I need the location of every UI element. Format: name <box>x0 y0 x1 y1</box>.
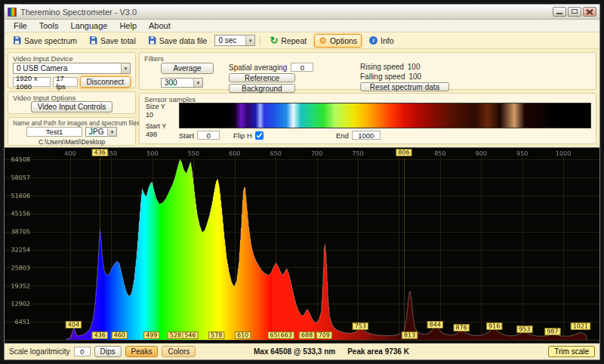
scale-logaritmicity-label: Scale logaritmicity <box>9 347 70 356</box>
status-bar: Scale logaritmicity 0 Dips Peaks Colors … <box>5 344 599 359</box>
settings-panels: Video Input Device 0 USB Camera ▾ 1920 x… <box>5 49 599 147</box>
video-input-options-title: Video Input Options <box>13 94 76 102</box>
floppy-icon <box>89 36 97 45</box>
peak-area-readout: Peak area 9736 K <box>347 347 409 356</box>
floppy-icon <box>13 36 21 45</box>
files-group-title: Name and Path for images and spectrum fi… <box>13 119 140 127</box>
options-label: Options <box>330 36 357 45</box>
spatial-averaging-field[interactable]: 0 <box>291 63 313 72</box>
app-icon <box>8 8 17 17</box>
save-total-button[interactable]: Save total <box>85 34 140 48</box>
sensor-samples-group: Sensor samples Size Y 10 Start Y 498 Sta… <box>139 93 596 144</box>
files-group: Name and Path for images and spectrum fi… <box>8 117 136 146</box>
strip-start-field[interactable]: 0 <box>197 131 220 140</box>
falling-speed-value[interactable]: 100 <box>408 72 421 81</box>
menu-file[interactable]: File <box>8 20 33 31</box>
chevron-down-icon: ▾ <box>245 35 254 45</box>
video-input-options-group: Video Input Options Video Input Controls <box>8 91 136 114</box>
toolbar-separator <box>260 35 260 46</box>
save-data-file-label: Save data file <box>159 36 208 45</box>
reset-spectrum-data-button[interactable]: Reset spectrum data <box>360 82 449 91</box>
trim-scale-button[interactable]: Trim scale <box>548 346 595 357</box>
menu-help[interactable]: Help <box>113 20 143 31</box>
spatial-averaging-label: Spatial averaging <box>229 63 287 72</box>
minimize-button[interactable] <box>553 7 566 17</box>
save-spectrum-button[interactable]: Save spectrum <box>8 34 82 48</box>
strip-end-field[interactable]: 1000 <box>352 131 381 140</box>
save-spectrum-label: Save spectrum <box>24 36 77 45</box>
scale-logaritmicity-field[interactable]: 0 <box>74 347 91 356</box>
fps-field[interactable]: 17 fps <box>53 77 77 87</box>
sensor-strip-image <box>179 103 591 128</box>
save-total-label: Save total <box>100 36 136 45</box>
start-y-label: Start Y <box>146 122 174 131</box>
title-bar: Theremino Spectrometer - V3.0 <box>5 5 599 20</box>
screen-frame: Theremino Spectrometer - V3.0 File Tools… <box>0 0 604 364</box>
flip-h-label: Flip H <box>233 131 252 140</box>
video-input-device-group: Video Input Device 0 USB Camera ▾ 1920 x… <box>8 52 136 88</box>
menu-about[interactable]: About <box>143 20 177 31</box>
size-y-label: Size Y <box>146 103 174 111</box>
background-button[interactable]: Background <box>229 84 295 93</box>
strip-start-label: Start <box>179 131 194 140</box>
info-button[interactable]: i Info <box>365 34 399 48</box>
window-title: Theremino Spectrometer - V3.0 <box>20 8 137 17</box>
spectrum-chart-area <box>5 147 599 344</box>
flip-h-checkbox[interactable] <box>255 131 263 140</box>
dips-button[interactable]: Dips <box>94 346 122 357</box>
maximize-button[interactable] <box>568 7 581 17</box>
options-button[interactable]: ⚙ Options <box>314 34 362 48</box>
peaks-button[interactable]: Peaks <box>125 346 159 357</box>
spectrum-plot[interactable] <box>5 148 599 343</box>
rising-speed-value[interactable]: 100 <box>408 63 421 71</box>
disconnect-button[interactable]: Disconnect <box>80 76 131 88</box>
start-y-value[interactable]: 498 <box>146 131 174 139</box>
average-count-value: 300 <box>165 79 177 87</box>
filters-group: Filters Average 300 ▾ Spatial averaging … <box>139 52 596 90</box>
chevron-down-icon: ▾ <box>193 79 202 87</box>
menu-tools[interactable]: Tools <box>33 20 65 31</box>
interval-select[interactable]: 0 sec ▾ <box>214 35 255 46</box>
camera-select-value: 0 USB Camera <box>17 64 67 72</box>
filters-title: Filters <box>144 54 164 63</box>
floppy-icon <box>148 36 156 45</box>
save-data-file-button[interactable]: Save data file <box>143 34 212 48</box>
sensor-samples-title: Sensor samples <box>144 95 196 103</box>
rising-speed-label: Rising speed <box>360 63 404 71</box>
format-value: JPG <box>89 128 103 136</box>
menu-bar: File Tools Language Help About <box>5 20 599 32</box>
max-value-readout: Max 64508 @ 533,3 nm <box>254 347 335 356</box>
reference-button[interactable]: Reference <box>229 73 295 82</box>
average-button[interactable]: Average <box>161 63 214 74</box>
falling-speed-label: Falling speed <box>360 72 405 81</box>
camera-select[interactable]: 0 USB Camera ▾ <box>13 63 131 74</box>
colors-button[interactable]: Colors <box>162 346 196 357</box>
repeat-icon: ↻ <box>270 37 278 45</box>
average-count-select[interactable]: 300 ▾ <box>161 78 203 88</box>
format-select[interactable]: JPG ▾ <box>85 127 117 137</box>
chevron-down-icon: ▾ <box>121 63 130 73</box>
save-path-label: C:\Users\Marti\Desktop <box>13 138 131 146</box>
repeat-button[interactable]: ↻ Repeat <box>265 34 311 48</box>
size-y-value[interactable]: 10 <box>146 111 174 119</box>
video-input-device-title: Video Input Device <box>13 54 73 63</box>
close-button[interactable] <box>583 7 596 17</box>
interval-value: 0 sec <box>218 36 236 45</box>
app-window: Theremino Spectrometer - V3.0 File Tools… <box>4 4 600 360</box>
video-input-controls-button[interactable]: Video Input Controls <box>31 101 112 113</box>
menu-language[interactable]: Language <box>64 20 113 31</box>
toolbar: Save spectrum Save total Save data file … <box>5 32 599 49</box>
gear-icon: ⚙ <box>319 37 327 45</box>
filename-field[interactable]: Test1 <box>26 127 82 137</box>
repeat-label: Repeat <box>281 36 307 45</box>
resolution-field[interactable]: 1920 x 1080 <box>13 77 51 87</box>
info-label: Info <box>381 36 394 45</box>
strip-end-label: End <box>336 131 349 140</box>
info-icon: i <box>369 36 378 45</box>
chevron-down-icon: ▾ <box>107 128 116 136</box>
